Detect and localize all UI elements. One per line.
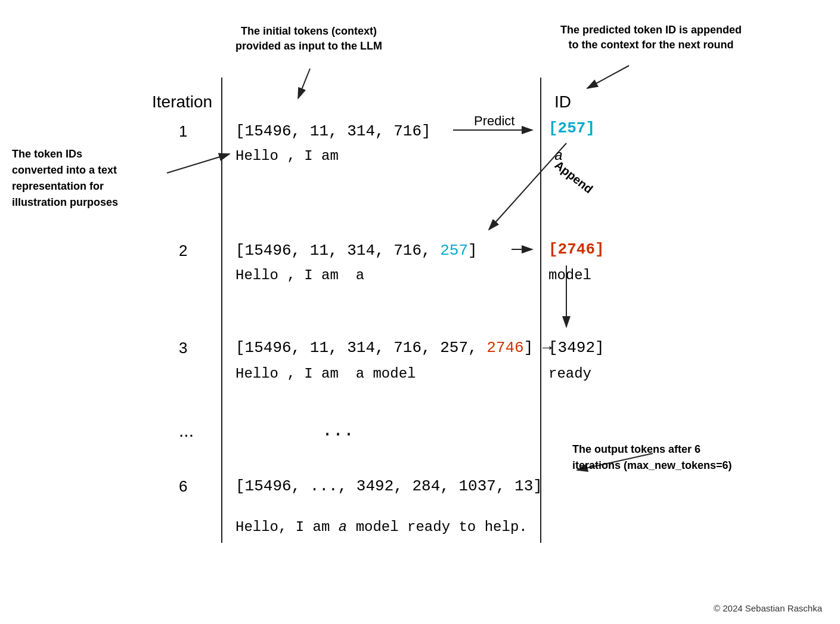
row2-text-repr: Hello , I am a [235, 267, 364, 283]
annotation-output-tokens: The output tokens after 6 iterations (ma… [572, 441, 732, 474]
row3-result-id: [3492] [548, 339, 605, 357]
row3-iteration: 3 [179, 339, 187, 357]
svg-line-9 [167, 154, 230, 173]
diagram: The initial tokens (context) provided as… [0, 0, 840, 624]
svg-line-2 [298, 69, 310, 98]
row1-result-id: [257] [548, 119, 595, 137]
annotation-initial-tokens: The initial tokens (context) provided as… [235, 24, 382, 54]
row3-tokens: [15496, 11, 314, 716, 257, 2746] → [235, 339, 552, 357]
svg-line-7 [587, 66, 629, 88]
row6-iteration: 6 [179, 477, 187, 496]
row3-highlight: 2746 [486, 339, 523, 357]
row6-text-repr: Hello, I am a model ready to help. [235, 519, 528, 535]
row1-tokens: [15496, 11, 314, 716] [235, 122, 431, 140]
row3-text-repr: Hello , I am a model [235, 366, 416, 382]
iteration-header: Iteration [152, 92, 212, 112]
id-header: ID [554, 92, 571, 112]
append-label: Append [552, 158, 596, 196]
ellipsis-iteration: ... [179, 421, 194, 441]
row2-highlight: 257 [440, 242, 468, 260]
row1-iteration: 1 [179, 122, 187, 141]
row2-iteration: 2 [179, 242, 187, 260]
annotation-token-ids: The token IDs converted into a text repr… [12, 146, 118, 211]
predict-label: Predict [474, 113, 514, 129]
row3-result-token: ready [548, 366, 591, 382]
copyright: © 2024 Sebastian Raschka [714, 603, 822, 613]
ellipsis-tokens: ... [322, 421, 354, 441]
annotation-append-context: The predicted token ID is appended to th… [560, 23, 742, 52]
row2-tokens: [15496, 11, 314, 716, 257] [235, 242, 478, 260]
row2-result-token: model [548, 267, 591, 283]
row1-text-repr: Hello , I am [235, 148, 339, 164]
row6-tokens: [15496, ..., 3492, 284, 1037, 13] [235, 477, 543, 495]
row2-result-id: [2746] [548, 240, 605, 258]
